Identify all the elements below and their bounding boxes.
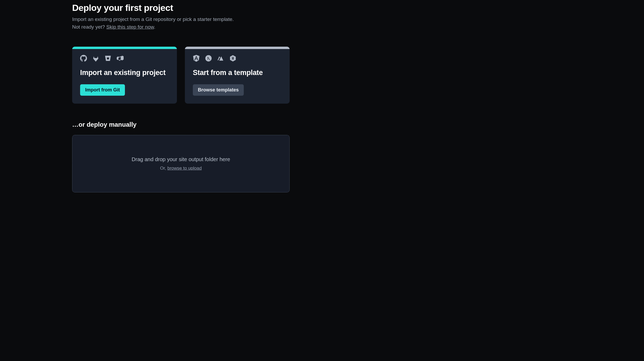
subtitle-text: Import an existing project from a Git re… bbox=[72, 16, 234, 22]
browse-upload-link[interactable]: browse to upload bbox=[167, 166, 202, 171]
github-icon bbox=[80, 55, 87, 63]
page-title: Deploy your first project bbox=[72, 3, 290, 13]
not-ready-text: Not ready yet? bbox=[72, 24, 106, 30]
manual-section-title: …or deploy manually bbox=[72, 121, 290, 128]
period: . bbox=[154, 24, 155, 30]
card-accent-import bbox=[72, 47, 177, 49]
dropzone[interactable]: Drag and drop your site output folder he… bbox=[72, 135, 290, 192]
gitlab-icon bbox=[92, 55, 99, 63]
dropzone-subtitle: Or, browse to upload bbox=[78, 166, 284, 171]
azure-devops-icon bbox=[117, 55, 124, 63]
card-accent-template bbox=[185, 47, 290, 49]
hugo-icon bbox=[229, 55, 236, 63]
angular-icon bbox=[193, 55, 200, 63]
template-card-title: Start from a template bbox=[193, 69, 282, 77]
import-from-git-button[interactable]: Import from Git bbox=[80, 84, 125, 96]
nextjs-icon bbox=[205, 55, 212, 63]
bitbucket-icon bbox=[105, 55, 111, 63]
nuxt-icon bbox=[217, 55, 224, 63]
import-card: Import an existing project Import from G… bbox=[72, 47, 177, 104]
import-card-title: Import an existing project bbox=[80, 69, 169, 77]
template-card: Start from a template Browse templates bbox=[185, 47, 290, 104]
page-subtitle: Import an existing project from a Git re… bbox=[72, 16, 290, 31]
git-provider-icons bbox=[80, 55, 169, 63]
framework-icons bbox=[193, 55, 282, 63]
or-prefix: Or, bbox=[160, 166, 167, 171]
skip-link[interactable]: Skip this step for now bbox=[106, 24, 154, 30]
browse-templates-button[interactable]: Browse templates bbox=[193, 84, 244, 96]
dropzone-title: Drag and drop your site output folder he… bbox=[78, 156, 284, 162]
